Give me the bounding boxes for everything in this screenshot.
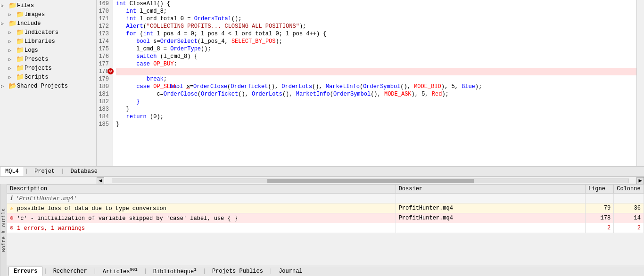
line-num-181: 181 — [99, 90, 111, 98]
line-num-184: 184 — [99, 113, 111, 121]
vertical-scrollbar[interactable] — [636, 0, 644, 166]
bottom-tab-rechercher[interactable]: Rechercher — [48, 267, 92, 276]
expand-icon-shared: ▷ — [1, 83, 8, 89]
code-line-180: case OP_SELL: — [116, 83, 636, 90]
tab-mql4[interactable]: MQL4 — [0, 167, 24, 176]
sidebar-item-indicators[interactable]: ▷ 📁 Indicators — [0, 28, 96, 37]
code-line-175: l_cmd_8 = OrderType(); — [116, 45, 636, 53]
bottom-tab-articles[interactable]: Articles901 — [98, 266, 143, 276]
row-warning-ligne: 79 — [585, 203, 613, 213]
sidebar-label-files: Files — [17, 2, 34, 9]
bibliotheque-badge: 1 — [194, 268, 196, 272]
code-line-172: Alert("COLLECTING PROFITS... CLOSING ALL… — [116, 23, 636, 30]
tab-sep-erreurs: | — [42, 268, 48, 275]
h-scrollbar-thumb[interactable] — [267, 179, 474, 183]
line-num-180: 180 — [99, 83, 111, 90]
sidebar-item-shared-projects[interactable]: ▷ 📂 Shared Projects — [0, 81, 96, 90]
line-num-173: 173 — [99, 30, 111, 38]
tab-database[interactable]: Database — [65, 167, 103, 176]
code-line-169: int CloseAll() { — [116, 0, 636, 8]
scroll-left-btn[interactable]: ◀ — [97, 177, 104, 185]
bottom-tab-bibliotheque[interactable]: Bibliothèque1 — [148, 266, 202, 276]
tab-sep-rechercher: | — [92, 268, 98, 275]
side-label[interactable]: Boîte à outils — [0, 184, 7, 276]
code-line-185: } — [116, 121, 636, 128]
folder-icon-files: 📁 — [8, 1, 17, 9]
expand-icon-libraries: ▷ — [8, 39, 16, 44]
tab-projet[interactable]: Projet — [29, 167, 60, 176]
row-header-ligne — [585, 194, 613, 203]
info-icon-header: ℹ — [10, 195, 12, 202]
sidebar-label-shared: Shared Projects — [17, 83, 68, 89]
row-error-colonne: 14 — [614, 213, 644, 223]
tab-sep-articles: | — [143, 268, 148, 275]
row-warning-dossier: ProfitHunter.mq4 — [396, 203, 585, 213]
code-line-171: int l_ord_total_0 = OrdersTotal(); — [116, 15, 636, 23]
sidebar-item-libraries[interactable]: ▷ 📁 Libraries — [0, 37, 96, 46]
bottom-tab-journal[interactable]: Journal — [273, 267, 307, 276]
row-warning-colonne: 36 — [614, 203, 644, 213]
line-num-169: 169 — [99, 0, 111, 8]
warn-icon-warning: ⚠ — [10, 205, 14, 212]
expand-icon-presets: ▷ — [8, 57, 16, 62]
horizontal-scrollbar[interactable]: ◀ ▶ — [97, 177, 644, 184]
line-num-172: 172 — [99, 23, 111, 30]
code-line-173: for (int l_pos_4 = 0; l_pos_4 < l_ord_to… — [116, 30, 636, 38]
code-line-181: c=OrderClose(OrderTicket(), OrderLots(),… — [116, 90, 636, 98]
sidebar-item-presets[interactable]: ▷ 📁 Presets — [0, 55, 96, 64]
sidebar-label-scripts: Scripts — [25, 74, 48, 81]
bottom-table: Description Dossier Ligne Colonne ℹ 'Pro… — [7, 184, 644, 233]
sidebar-item-files[interactable]: ▷ 📁 Files — [0, 1, 96, 10]
folder-icon-logs: 📁 — [16, 46, 25, 54]
folder-icon-presets: 📁 — [16, 55, 25, 63]
row-error-dossier: ProfitHunter.mq4 — [396, 213, 585, 223]
code-line-177: case OP_BUY: — [116, 60, 636, 68]
sidebar-label-projects: Projects — [25, 65, 52, 72]
bottom-tabs: Erreurs | Rechercher | Articles901 | Bib… — [7, 266, 644, 276]
expand-icon-files: ▷ — [1, 3, 8, 8]
expand-icon-include: ▷ — [1, 21, 8, 26]
row-summary-dossier — [396, 223, 585, 233]
err-icon-summary: ⊗ — [10, 225, 14, 232]
sidebar-label-indicators: Indicators — [25, 29, 58, 36]
sidebar-item-projects[interactable]: ▷ 📁 Projects — [0, 64, 96, 73]
folder-icon-shared: 📂 — [8, 82, 17, 90]
sidebar-item-scripts[interactable]: ▷ 📁 Scripts — [0, 73, 96, 81]
row-error-ligne: 178 — [585, 213, 613, 223]
sidebar-label-libraries: Libraries — [25, 38, 55, 45]
table-row-error: ⊗ 'c' - initialization of variable skipp… — [7, 213, 644, 223]
editor-tabs: MQL4 | Projet | Database — [0, 166, 644, 177]
row-summary-desc: ⊗ 1 errors, 1 warnings — [7, 223, 396, 233]
bibliotheque-label: Bibliothèque — [153, 268, 194, 275]
scroll-right-btn[interactable]: ▶ — [636, 177, 644, 185]
line-num-171: 171 — [99, 15, 111, 23]
bottom-tab-erreurs[interactable]: Erreurs — [8, 267, 42, 276]
line-num-175: 175 — [99, 45, 111, 53]
expand-icon-images: ▷ — [8, 12, 16, 17]
code-editor[interactable]: 169 170 171 172 173 174 175 176 177 178 … — [97, 0, 636, 166]
h-scrollbar-track[interactable] — [112, 179, 629, 183]
folder-icon-scripts: 📁 — [16, 73, 25, 81]
row-header-desc: ℹ 'ProfitHunter.mq4' — [7, 194, 396, 203]
bottom-table-container: Description Dossier Ligne Colonne ℹ 'Pro… — [7, 184, 644, 266]
sidebar-item-images[interactable]: ▷ 📁 Images — [0, 10, 96, 19]
table-row-header: ℹ 'ProfitHunter.mq4' — [7, 194, 644, 203]
table-row-warning: ⚠ possible loss of data due to type conv… — [7, 203, 644, 213]
code-line-176: switch (l_cmd_8) { — [116, 53, 636, 60]
sidebar-item-logs[interactable]: ▷ 📁 Logs — [0, 46, 96, 55]
error-bullet-178: ⊗ — [107, 68, 114, 74]
folder-icon-include: 📁 — [8, 19, 17, 27]
expand-icon-projects: ▷ — [8, 65, 16, 71]
bottom-tab-projets-publics[interactable]: Projets Publics — [207, 267, 268, 276]
main-area: ▷ 📁 Files ▷ 📁 Images ▷ 📁 Include ▷ 📁 Ind… — [0, 0, 644, 166]
sidebar-item-include[interactable]: ▷ 📁 Include — [0, 19, 96, 28]
err-icon-error: ⊗ — [10, 215, 14, 222]
articles-badge: 901 — [130, 268, 137, 272]
line-num-182: 182 — [99, 98, 111, 106]
line-num-170: 170 — [99, 8, 111, 15]
code-line-174: bool s=OrderSelect(l_pos_4, SELECT_BY_PO… — [116, 38, 636, 45]
folder-icon-projects: 📁 — [16, 64, 25, 72]
line-num-174: 174 — [99, 38, 111, 45]
row-header-colonne — [614, 194, 644, 203]
table-header-row: Description Dossier Ligne Colonne — [7, 185, 644, 194]
